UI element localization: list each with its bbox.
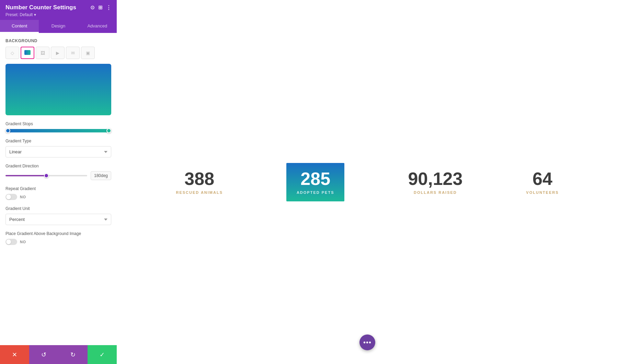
counter-volunteers-number: 64 <box>533 170 552 188</box>
counter-dollars-label: DOLLARS RAISED <box>414 190 457 195</box>
gradient-stop-left[interactable] <box>5 128 10 133</box>
place-gradient-row: NO <box>5 239 111 245</box>
bg-gradient-btn[interactable] <box>21 47 34 59</box>
cancel-button[interactable]: ✕ <box>0 345 29 364</box>
gradient-direction-track[interactable] <box>5 175 87 176</box>
counter-volunteers-label: VOLUNTEERS <box>526 190 559 195</box>
place-gradient-toggle-label: NO <box>20 240 26 244</box>
place-gradient-group: Place Gradient Above Background Image NO <box>5 231 111 245</box>
gradient-unit-label: Gradient Unit <box>5 206 111 211</box>
gradient-unit-group: Gradient Unit Percent Pixel <box>5 206 111 225</box>
counters-row: 388 RESCUED ANIMALS 285 ADOPTED PETS 90,… <box>117 149 618 215</box>
bg-none-icon: ◇ <box>11 50 14 56</box>
gradient-direction-group: Gradient Direction 180deg <box>5 164 111 180</box>
repeat-gradient-toggle-label: NO <box>20 195 26 199</box>
counter-adopted: 285 ADOPTED PETS <box>286 163 345 201</box>
place-gradient-label: Place Gradient Above Background Image <box>5 231 111 236</box>
counter-volunteers: 64 VOLUNTEERS <box>526 170 559 195</box>
cancel-icon: ✕ <box>12 351 17 359</box>
bg-none-btn[interactable]: ◇ <box>5 47 19 59</box>
gradient-stops-label: Gradient Stops <box>5 121 111 126</box>
gradient-direction-thumb[interactable] <box>44 173 49 178</box>
counter-adopted-number: 285 <box>300 170 330 188</box>
repeat-gradient-toggle[interactable] <box>5 194 17 200</box>
fab-button[interactable]: ••• <box>359 334 375 350</box>
gradient-type-label: Gradient Type <box>5 139 111 143</box>
layout-icon[interactable]: ⊞ <box>98 4 103 11</box>
panel-title-row: Number Counter Settings ⊙ ⊞ ⋮ <box>5 4 111 11</box>
undo-icon: ↺ <box>41 351 46 359</box>
bg-image-icon: 🖼 <box>41 50 45 56</box>
counter-dollars: 90,123 DOLLARS RAISED <box>408 170 462 195</box>
panel-header: Number Counter Settings ⊙ ⊞ ⋮ Preset: De… <box>0 0 117 20</box>
bg-overlay-btn[interactable]: ▣ <box>81 47 95 59</box>
confirm-button[interactable]: ✓ <box>88 345 117 364</box>
counter-rescued-number: 388 <box>184 170 214 188</box>
tab-content[interactable]: Content <box>0 20 39 33</box>
gradient-stops-track[interactable] <box>5 129 111 132</box>
panel-tabs: Content Design Advanced <box>0 20 117 33</box>
gradient-stop-right[interactable] <box>106 128 111 133</box>
panel-title-text: Number Counter Settings <box>5 4 87 11</box>
counter-adopted-label: ADOPTED PETS <box>297 190 334 195</box>
bg-image-btn[interactable]: 🖼 <box>36 47 49 59</box>
fab-icon: ••• <box>363 339 371 347</box>
gradient-direction-value[interactable]: 180deg <box>91 171 111 180</box>
repeat-gradient-knob <box>6 195 11 199</box>
place-gradient-toggle[interactable] <box>5 239 17 245</box>
gradient-type-group: Gradient Type Linear Radial <box>5 139 111 157</box>
more-icon[interactable]: ⋮ <box>106 4 111 11</box>
background-label: Background <box>5 38 111 43</box>
gradient-direction-label: Gradient Direction <box>5 164 111 168</box>
tab-advanced[interactable]: Advanced <box>78 20 117 33</box>
panel-body: Background ◇ <box>0 33 117 345</box>
preset-label[interactable]: Preset: Default <box>5 12 111 17</box>
gradient-type-select[interactable]: Linear Radial <box>5 146 111 157</box>
svg-rect-0 <box>24 50 31 55</box>
undo-button[interactable]: ↺ <box>29 345 58 364</box>
gradient-direction-fill <box>5 175 46 176</box>
tab-design[interactable]: Design <box>39 20 78 33</box>
place-gradient-knob <box>6 239 11 244</box>
repeat-gradient-row: NO <box>5 194 111 200</box>
bg-video-btn[interactable]: ▶ <box>51 47 65 59</box>
confirm-icon: ✓ <box>100 351 105 359</box>
bg-overlay-icon: ▣ <box>86 50 90 56</box>
background-type-icons: ◇ <box>5 47 111 59</box>
counter-rescued: 388 RESCUED ANIMALS <box>176 170 223 195</box>
redo-icon: ↻ <box>70 351 76 359</box>
panel-footer: ✕ ↺ ↻ ✓ <box>0 345 117 364</box>
screenshot-icon[interactable]: ⊙ <box>90 4 95 11</box>
gradient-direction-row: 180deg <box>5 171 111 180</box>
redo-button[interactable]: ↻ <box>58 345 88 364</box>
main-content: 388 RESCUED ANIMALS 285 ADOPTED PETS 90,… <box>117 0 618 364</box>
counter-dollars-number: 90,123 <box>408 170 462 188</box>
gradient-preview <box>5 64 111 115</box>
bg-pattern-icon: ✉ <box>71 50 75 56</box>
gradient-stops-group: Gradient Stops <box>5 121 111 132</box>
repeat-gradient-group: Repeat Gradient NO <box>5 186 111 200</box>
bg-gradient-icon <box>24 50 31 56</box>
background-section: Background ◇ <box>5 38 111 115</box>
bg-pattern-btn[interactable]: ✉ <box>66 47 80 59</box>
bg-video-icon: ▶ <box>56 50 59 56</box>
repeat-gradient-label: Repeat Gradient <box>5 186 111 191</box>
gradient-unit-select[interactable]: Percent Pixel <box>5 214 111 225</box>
settings-panel: Number Counter Settings ⊙ ⊞ ⋮ Preset: De… <box>0 0 117 364</box>
panel-title-icons: ⊙ ⊞ ⋮ <box>90 4 111 11</box>
counter-rescued-label: RESCUED ANIMALS <box>176 190 223 195</box>
